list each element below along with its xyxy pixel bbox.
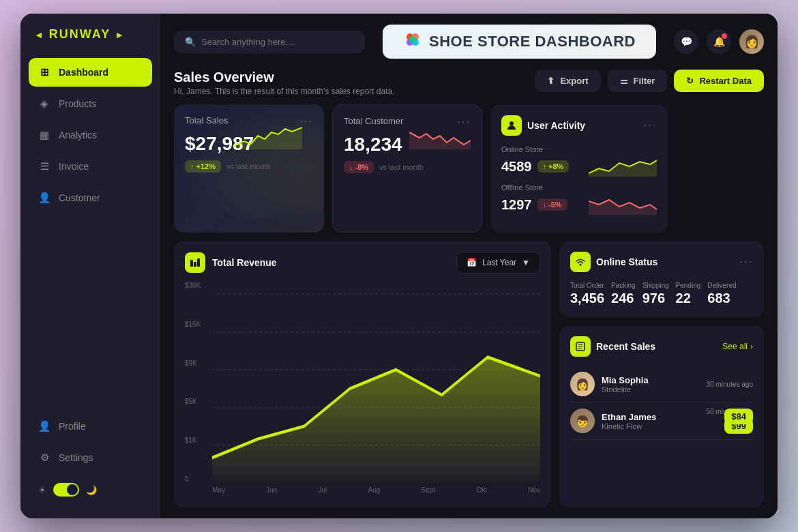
online-store-data: 4589 ↑ +8% [501, 156, 657, 177]
x-label-aug: Aug [368, 486, 381, 494]
svg-rect-10 [190, 260, 193, 267]
restart-data-button[interactable]: ↻ Restart Data [674, 70, 764, 92]
mia-info: Mia Sophia Stridelite [602, 375, 700, 394]
sidebar-item-products[interactable]: ◈ Products [29, 89, 152, 118]
sales-overview-header: Sales Overview Hi, James. This is the re… [174, 70, 764, 96]
theme-toggle[interactable]: ☀ 🌙 [29, 475, 152, 505]
analytics-icon: ▦ [38, 129, 50, 141]
ethan-name: Ethan James [602, 412, 700, 422]
sales-icon [570, 336, 591, 357]
logo-arrow-left-icon: ◄ [34, 29, 45, 40]
svg-marker-9 [589, 200, 657, 215]
mia-name: Mia Sophia [602, 375, 700, 385]
bottom-section: Total Revenue 📅 Last Year ▼ $30K $15K $9 [174, 241, 764, 507]
delivered-stat: Delivered 683 [707, 282, 736, 306]
right-column: Online Status ··· Total Order 3,456 Pack… [559, 241, 764, 507]
mia-time: 30 minutes ago [707, 381, 753, 388]
total-sales-chart [234, 122, 302, 149]
delivered-value: 683 [707, 291, 736, 306]
pending-value: 22 [676, 291, 701, 306]
see-all-button[interactable]: See all › [722, 342, 753, 351]
revenue-svg [212, 282, 540, 483]
x-label-sept: Sept [422, 486, 436, 494]
offline-store-badge: ↓ -5% [537, 198, 567, 211]
chart-y-labels: $30K $15K $9K $5K $1K 0 [185, 282, 212, 483]
filter-button[interactable]: ⚌ Filter [608, 70, 668, 92]
online-store-label: Online Store [501, 145, 657, 153]
total-sales-label: Total Sales [185, 115, 228, 125]
pending-label: Pending [676, 282, 701, 289]
user-activity-card: User Activity ··· Online Store 4589 ↑ [490, 104, 668, 233]
chart-x-labels: May Jun Jul Aug Sept Okt Nov [212, 483, 540, 497]
total-customer-badge: ↓ -8% [344, 161, 374, 173]
svg-marker-5 [234, 128, 302, 149]
date-filter-button[interactable]: 📅 Last Year ▼ [456, 252, 540, 274]
avatar-image: 👩 [744, 34, 759, 49]
sales-title-area: Sales Overview Hi, James. This is the re… [174, 70, 395, 96]
sidebar-item-analytics[interactable]: ▦ Analytics [29, 121, 152, 149]
header-icons: 💬 🔔 👩 [674, 29, 764, 54]
recent-sales-title: Recent Sales [570, 336, 655, 357]
date-filter-label: Last Year [482, 258, 516, 267]
sidebar-item-dashboard[interactable]: ⊞ Dashboard [29, 58, 152, 87]
online-status-header: Online Status ··· [570, 252, 753, 272]
delivered-label: Delivered [707, 282, 736, 289]
total-customer-vs: vs last month [379, 163, 424, 171]
invoice-icon: ☰ [38, 160, 50, 173]
export-button[interactable]: ⬆ Export [535, 70, 600, 92]
total-order-stat: Total Order 3,456 [570, 282, 604, 306]
settings-icon: ⚙ [38, 452, 50, 464]
chevron-down-icon: ▼ [522, 258, 530, 267]
sidebar-item-label: Settings [59, 452, 93, 463]
offline-store-data: 1297 ↓ -5% [501, 194, 657, 215]
notifications-button[interactable]: 💬 [674, 29, 698, 54]
search-bar[interactable]: 🔍 [174, 31, 365, 53]
action-buttons: ⬆ Export ⚌ Filter ↻ Restart Data [535, 70, 764, 92]
toggle-switch[interactable] [53, 483, 79, 497]
recent-sales-card: Recent Sales See all › 👩 [559, 325, 764, 507]
mia-amount: $84 [724, 409, 753, 424]
svg-marker-6 [409, 132, 471, 149]
profile-icon: 👤 [38, 420, 50, 432]
revenue-chart-card: Total Revenue 📅 Last Year ▼ $30K $15K $9 [174, 241, 551, 507]
alert-button[interactable]: 🔔 [707, 29, 731, 54]
search-input[interactable] [201, 37, 354, 47]
sidebar-item-customer[interactable]: 👤 Customer [29, 183, 152, 212]
sidebar-item-invoice[interactable]: ☰ Invoice [29, 152, 152, 181]
sales-overview-title: Sales Overview [174, 70, 395, 85]
x-label-jun: Jun [266, 486, 277, 494]
mia-avatar: 👩 [570, 372, 595, 396]
restart-icon: ↻ [686, 76, 694, 86]
user-activity-more[interactable]: ··· [644, 119, 657, 132]
packing-stat: Packing 246 [611, 282, 636, 306]
online-status-more[interactable]: ··· [740, 256, 753, 268]
logo-text: RUNWAY [49, 27, 110, 42]
sale-item-1: 👩 Mia Sophia Stridelite 30 minutes ago [570, 366, 753, 402]
dashboard-icon: ⊞ [38, 66, 50, 78]
ethan-product: Kinetic Flow [602, 422, 700, 430]
svg-point-7 [509, 121, 514, 125]
y-label-1: $15K [185, 321, 212, 328]
svg-point-19 [580, 264, 582, 266]
sidebar-nav: ⊞ Dashboard ◈ Products ▦ Analytics ☰ Inv… [20, 58, 160, 412]
packing-label: Packing [611, 282, 636, 289]
total-order-value: 3,456 [570, 291, 604, 306]
revenue-chart-area: $30K $15K $9K $5K $1K 0 [185, 282, 540, 497]
filter-icon: ⚌ [620, 76, 628, 86]
revenue-header: Total Revenue 📅 Last Year ▼ [185, 252, 540, 274]
x-label-nov: Nov [528, 486, 540, 494]
dashboard-main-title-text: SHOE STORE DASHBOARD [429, 33, 636, 50]
online-store-chart [589, 156, 657, 177]
sidebar-logo: ◄ RUNWAY ► [20, 27, 160, 58]
sidebar: ◄ RUNWAY ► ⊞ Dashboard ◈ Products ▦ Anal… [20, 14, 160, 518]
svg-marker-18 [212, 357, 540, 483]
online-store-value: 4589 [501, 159, 532, 175]
y-label-2: $9K [185, 359, 212, 367]
user-avatar[interactable]: 👩 [739, 29, 764, 54]
packing-value: 246 [611, 291, 636, 306]
sidebar-item-profile[interactable]: 👤 Profile [29, 412, 152, 441]
online-store-row: Online Store 4589 ↑ +8% [501, 145, 657, 177]
sidebar-item-settings[interactable]: ⚙ Settings [29, 443, 152, 472]
mia-sale-right: 30 minutes ago [707, 381, 753, 388]
revenue-icon [185, 252, 205, 273]
